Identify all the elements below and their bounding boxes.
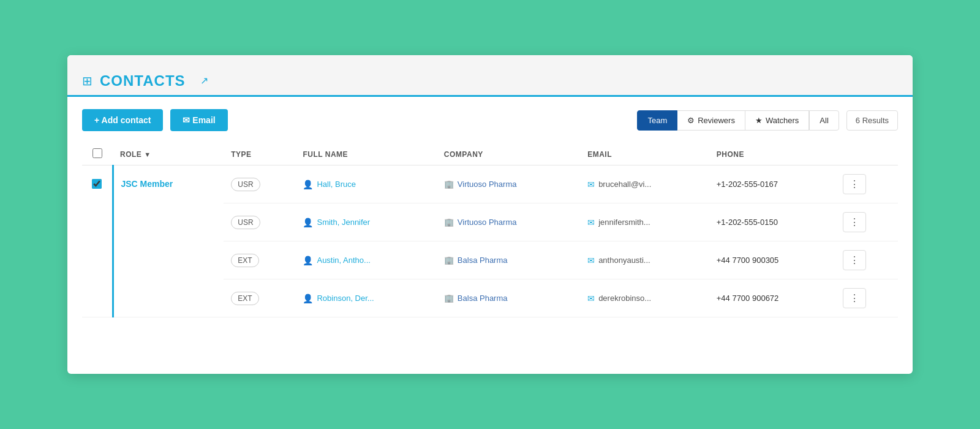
type-badge: EXT [231, 254, 258, 267]
phone: +44 7700 900672 [709, 279, 835, 317]
page-title: CONTACTS [100, 72, 186, 89]
phone: +1-202-555-0167 [709, 165, 835, 203]
full-name[interactable]: 👤Hall, Bruce [303, 180, 429, 189]
company-name: 🏢Virtuoso Pharma [444, 218, 573, 227]
company-icon: 🏢 [444, 294, 454, 303]
contacts-grid-icon: ⊞ [82, 74, 92, 88]
company-icon: 🏢 [444, 256, 454, 265]
full-name[interactable]: 👤Smith, Jennifer [303, 218, 429, 227]
col-phone: PHONE [709, 143, 835, 165]
phone: +44 7700 900305 [709, 241, 835, 279]
col-fullname: FULL NAME [295, 143, 436, 165]
person-icon: 👤 [303, 218, 313, 227]
reviewers-icon: ⚙ [687, 116, 695, 125]
select-all-header [82, 143, 113, 165]
row-menu-button[interactable]: ⋮ [843, 288, 866, 308]
email[interactable]: ✉derekrobinso... [587, 294, 702, 303]
row-checkbox[interactable] [92, 179, 102, 189]
main-card: ⊞ CONTACTS ↗ + Add contact ✉ Email Team … [67, 55, 913, 374]
toolbar: + Add contact ✉ Email Team ⚙ Reviewers ★… [82, 109, 898, 131]
filter-team-button[interactable]: Team [637, 110, 677, 131]
company-icon: 🏢 [444, 218, 454, 227]
card-body: + Add contact ✉ Email Team ⚙ Reviewers ★… [67, 97, 913, 330]
email-button[interactable]: ✉ Email [170, 109, 227, 131]
email[interactable]: ✉brucehall@vi... [587, 180, 702, 189]
row-menu-button[interactable]: ⋮ [843, 250, 866, 270]
expand-icon[interactable]: ↗ [200, 75, 208, 86]
email[interactable]: ✉jennifersmith... [587, 218, 702, 227]
full-name[interactable]: 👤Austin, Antho... [303, 256, 429, 265]
col-email: EMAIL [580, 143, 709, 165]
filter-watchers-button[interactable]: ★ Watchers [745, 110, 809, 131]
col-type: TYPE [224, 143, 295, 165]
results-badge: 6 Results [846, 110, 898, 131]
type-badge: USR [231, 178, 260, 191]
table-row: JSC MemberUSR👤Hall, Bruce🏢Virtuoso Pharm… [82, 165, 898, 203]
row-menu-button[interactable]: ⋮ [843, 174, 866, 194]
company-name: 🏢Virtuoso Pharma [444, 180, 573, 189]
type-badge: USR [231, 216, 260, 229]
table-header-row: ROLE ▼ TYPE FULL NAME COMPANY EMAIL PHON… [82, 143, 898, 165]
col-role: ROLE ▼ [113, 143, 224, 165]
email-icon: ✉ [587, 256, 595, 265]
star-icon: ★ [755, 116, 763, 125]
toolbar-left: + Add contact ✉ Email [82, 109, 228, 131]
role-label: ROLE [120, 150, 141, 159]
person-icon: 👤 [303, 256, 313, 265]
select-all-checkbox[interactable] [92, 148, 102, 158]
company-name: 🏢Balsa Pharma [444, 256, 573, 265]
phone: +1-202-555-0150 [709, 203, 835, 241]
full-name[interactable]: 👤Robinson, Der... [303, 294, 429, 303]
type-badge: EXT [231, 292, 258, 305]
row-menu-button[interactable]: ⋮ [843, 212, 866, 232]
email-icon: ✉ [587, 180, 595, 189]
person-icon: 👤 [303, 294, 313, 303]
col-company: COMPANY [437, 143, 580, 165]
filter-reviewers-button[interactable]: ⚙ Reviewers [677, 110, 745, 131]
role-filter-icon[interactable]: ▼ [144, 151, 151, 158]
contacts-table: ROLE ▼ TYPE FULL NAME COMPANY EMAIL PHON… [82, 143, 898, 317]
filter-all-button[interactable]: All [809, 110, 839, 131]
email-icon: ✉ [587, 218, 595, 227]
email[interactable]: ✉anthonyausti... [587, 256, 702, 265]
toolbar-right: Team ⚙ Reviewers ★ Watchers All 6 Result… [637, 110, 898, 131]
email-icon: ✉ [587, 294, 595, 303]
col-actions [835, 143, 898, 165]
card-header: ⊞ CONTACTS ↗ [67, 55, 913, 97]
person-icon: 👤 [303, 180, 313, 189]
role-name: JSC Member [121, 179, 173, 189]
company-icon: 🏢 [444, 180, 454, 189]
company-name: 🏢Balsa Pharma [444, 294, 573, 303]
add-contact-button[interactable]: + Add contact [82, 109, 163, 131]
